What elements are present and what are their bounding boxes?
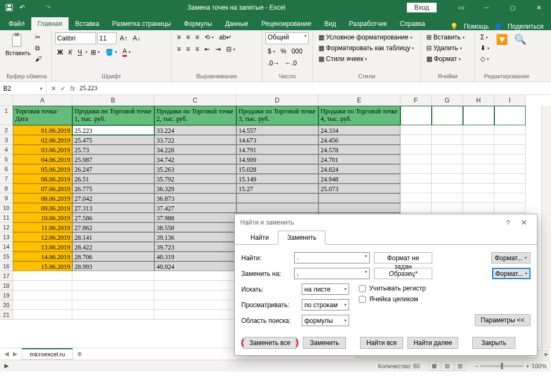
row-header[interactable]: 5 [0,154,13,164]
cell[interactable]: 24.948 [318,174,400,184]
sheet-nav-prev-icon[interactable]: ◀ [4,350,9,357]
row-header[interactable]: 15 [0,252,13,261]
row-header[interactable]: 6 [0,164,13,174]
cell[interactable] [463,145,494,154]
tell-me-icon[interactable]: 💡 [450,23,458,30]
cell[interactable] [494,125,526,135]
paste-icon[interactable] [10,32,25,49]
cell[interactable] [432,154,463,164]
cell-styles-button[interactable]: ▦ Стили ячеек▾ [316,54,369,64]
cell[interactable] [236,193,318,203]
copy-icon[interactable]: ⧉ [33,43,44,53]
cell[interactable]: 25.73 [72,145,154,154]
add-sheet-button[interactable]: ⊕ [73,349,86,359]
row-header[interactable]: 18 [0,281,13,290]
cell[interactable] [463,184,494,193]
cond-format-button[interactable]: ▦ Условное форматирование▾ [316,32,414,42]
cell[interactable]: 15.149 [236,174,318,184]
cell[interactable] [400,125,432,135]
cell[interactable]: Торговая точка/Дата [13,106,72,125]
cell[interactable] [494,154,526,164]
dialog-close-icon[interactable]: ✕ [516,216,532,229]
row-header[interactable]: 13 [0,232,13,242]
cell[interactable]: 24.456 [318,135,400,145]
percent-icon[interactable]: % [278,46,289,56]
name-box[interactable]: B2▾ [0,82,46,94]
tab-help[interactable]: Справка [393,17,432,30]
row-header[interactable]: 3 [0,135,13,145]
redo-icon[interactable]: ↷ [43,3,53,12]
tab-data[interactable]: Данные [219,17,255,30]
dialog-tab-find[interactable]: Найти [241,231,278,245]
cell[interactable] [463,106,494,125]
row-header[interactable]: 4 [0,145,13,154]
cell[interactable]: 34.228 [154,145,236,154]
decrease-font-icon[interactable]: A↓ [131,33,142,43]
page-break-button[interactable]: ▥ [454,361,466,371]
italic-button[interactable]: К [66,48,74,57]
sort-filter-icon[interactable]: 🔽 [494,32,510,46]
row-header[interactable]: 12 [0,222,13,232]
cell[interactable] [72,290,154,300]
cell[interactable]: 40.319 [154,252,236,261]
dialog-help-icon[interactable]: ? [506,219,510,227]
cell[interactable] [432,174,463,184]
row-header[interactable]: 8 [0,184,13,193]
cell[interactable]: 26.51 [72,174,154,184]
cell[interactable]: 39.723 [154,242,236,252]
borders-icon[interactable]: ⊞▾ [89,48,102,57]
number-format-select[interactable]: Общий▾ [266,32,309,44]
align-top-icon[interactable]: ≡ [175,32,183,42]
ribbon-options-icon[interactable]: ▭ [448,4,473,11]
row-header[interactable]: 9 [0,193,13,203]
cell[interactable] [432,164,463,174]
align-bottom-icon[interactable]: ≡ [193,32,201,42]
cell[interactable] [494,193,526,203]
cell[interactable]: 26.775 [72,184,154,193]
cell[interactable]: 36.873 [154,193,236,203]
replace-all-button[interactable]: Заменить все [243,337,296,349]
look-in-select[interactable]: формулы▾ [302,315,349,326]
cell[interactable] [236,203,318,213]
cell[interactable] [463,125,494,135]
underline-button[interactable]: Ч [76,48,84,57]
cell[interactable] [400,164,432,174]
cell[interactable]: 25.987 [72,154,154,164]
cell[interactable] [494,184,526,193]
insert-cells-button[interactable]: ⊞ Вставить▾ [424,32,467,42]
fx-icon[interactable]: fx [70,85,75,92]
cell[interactable]: 12.06.2019 [13,232,72,242]
autosum-icon[interactable]: Σ▾ [478,32,492,42]
cell[interactable] [400,106,432,125]
comma-icon[interactable]: 000 [289,46,304,56]
cell[interactable]: 33.224 [154,125,236,135]
font-color-icon[interactable]: A▾ [120,46,133,58]
replace-input[interactable]: ,▾ [294,268,370,279]
cell[interactable]: 15.27 [236,184,318,193]
cell[interactable]: 27.313 [72,203,154,213]
tab-home[interactable]: Главная [31,17,69,30]
dec-decimal-icon[interactable]: ←.0 [283,58,299,68]
delete-cells-button[interactable]: ⊟ Удалить▾ [424,43,464,53]
formula-input[interactable] [79,84,547,92]
cell[interactable] [13,281,72,290]
cell[interactable] [400,193,432,203]
row-header[interactable]: 20 [0,300,13,310]
cell[interactable]: 14.673 [236,135,318,145]
format-painter-icon[interactable]: 🖌 [33,54,44,64]
column-header[interactable]: E [318,95,400,106]
align-middle-icon[interactable]: ≡ [184,32,192,42]
record-macro-icon[interactable]: ▶ [4,362,9,369]
cell[interactable] [154,310,236,320]
cell[interactable] [72,310,154,320]
tab-file[interactable]: Файл [2,17,31,30]
cell[interactable] [494,203,526,213]
find-input[interactable]: .▾ [294,252,370,263]
find-select-icon[interactable]: 🔍 [512,32,528,46]
bold-button[interactable]: Ж [55,48,65,57]
cell[interactable]: 09.06.2019 [13,203,72,213]
row-header[interactable]: 17 [0,271,13,281]
decrease-indent-icon[interactable]: ⇤ [202,44,212,54]
cell[interactable] [494,174,526,184]
cell[interactable]: 28.141 [72,232,154,242]
